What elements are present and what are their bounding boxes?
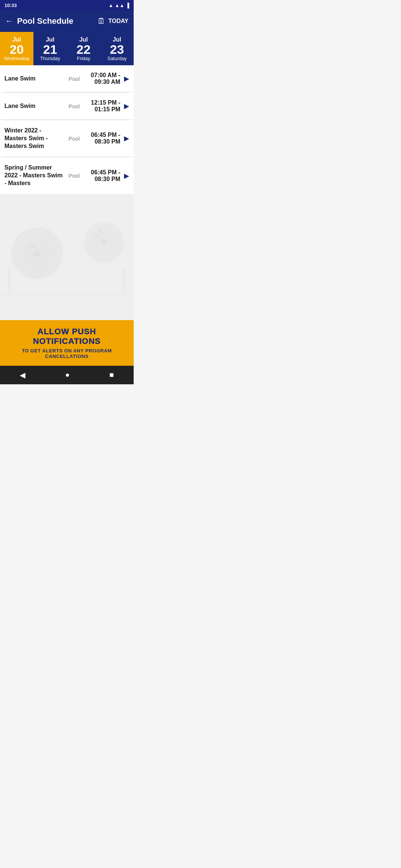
- date-strip: Jul 20 Wednesday Jul 21 Thursday Jul 22 …: [0, 32, 134, 65]
- svg-text:20.4: 20.4: [30, 252, 39, 257]
- svg-point-5: [101, 239, 107, 245]
- date-month-0: Jul: [12, 36, 21, 43]
- gym-equipment-illustration: 45 20.4 10 45 45 R R: [0, 194, 134, 320]
- svg-rect-13: [7, 268, 11, 294]
- date-day-3: 23: [110, 43, 124, 56]
- svg-rect-12: [0, 294, 134, 297]
- date-item-0[interactable]: Jul 20 Wednesday: [0, 32, 33, 65]
- page-title: Pool Schedule: [17, 16, 74, 26]
- date-weekday-1: Thursday: [40, 56, 60, 61]
- wifi-icon: ▲: [108, 3, 113, 8]
- battery-icon: ▐: [126, 3, 129, 8]
- schedule-item-location-1: Pool: [64, 103, 84, 109]
- date-day-1: 21: [43, 43, 57, 56]
- calendar-icon[interactable]: 🗓: [97, 16, 105, 26]
- signal-icon: ▲▲: [115, 3, 124, 8]
- schedule-item-title-2: Winter 2022 - Masters Swim - Masters Swi…: [4, 127, 64, 150]
- schedule-item-title-3: Spring / Summer 2022 - Masters Swim - Ma…: [4, 164, 64, 187]
- schedule-item-location-3: Pool: [64, 172, 84, 179]
- svg-text:R: R: [33, 244, 37, 250]
- date-item-1[interactable]: Jul 21 Thursday: [33, 32, 67, 65]
- schedule-item-time-2: 06:45 PM - 08:30 PM: [84, 132, 123, 145]
- date-month-1: Jul: [46, 36, 54, 43]
- schedule-content: Lane Swim Pool 07:00 AM - 09:30 AM ▶ Lan…: [0, 65, 134, 194]
- status-bar: 10:33 ▲ ▲▲ ▐: [0, 0, 134, 10]
- schedule-item-arrow-1: ▶: [124, 102, 129, 110]
- header-left: ← Pool Schedule: [5, 16, 74, 26]
- back-button[interactable]: ←: [5, 16, 13, 26]
- schedule-item-2[interactable]: Winter 2022 - Masters Swim - Masters Swi…: [0, 120, 134, 157]
- date-weekday-3: Saturday: [107, 56, 127, 61]
- date-day-0: 20: [10, 43, 24, 56]
- header-right: 🗓 TODAY: [97, 16, 128, 26]
- schedule-item-location-2: Pool: [64, 135, 84, 142]
- nav-recents-button[interactable]: ■: [100, 368, 123, 382]
- schedule-item-title-0: Lane Swim: [4, 75, 64, 83]
- push-notification-banner[interactable]: ALLOW PUSH NOTIFICATIONS TO GET ALERTS O…: [0, 320, 134, 366]
- date-item-2[interactable]: Jul 22 Friday: [67, 32, 100, 65]
- background-image-area: 45 20.4 10 45 45 R R: [0, 194, 134, 320]
- svg-text:10  45: 10 45: [27, 260, 37, 264]
- schedule-item-1[interactable]: Lane Swim Pool 12:15 PM - 01:15 PM ▶: [0, 93, 134, 120]
- schedule-item-3[interactable]: Spring / Summer 2022 - Masters Swim - Ma…: [0, 157, 134, 194]
- date-item-3[interactable]: Jul 23 Saturday: [100, 32, 134, 65]
- schedule-item-arrow-2: ▶: [124, 134, 129, 142]
- schedule-item-arrow-0: ▶: [124, 75, 129, 83]
- schedule-item-time-1: 12:15 PM - 01:15 PM: [84, 99, 123, 113]
- status-icons: ▲ ▲▲ ▐: [108, 3, 129, 8]
- schedule-item-location-0: Pool: [64, 76, 84, 82]
- app-header: ← Pool Schedule 🗓 TODAY: [0, 10, 134, 32]
- status-time: 10:33: [4, 3, 17, 8]
- nav-bar: ◀ ● ■: [0, 366, 134, 384]
- schedule-item-time-0: 07:00 AM - 09:30 AM: [84, 72, 123, 85]
- nav-back-button[interactable]: ◀: [11, 368, 34, 382]
- push-banner-title: ALLOW PUSH NOTIFICATIONS: [6, 327, 128, 346]
- date-month-2: Jul: [79, 36, 88, 43]
- schedule-item-title-1: Lane Swim: [4, 102, 64, 110]
- schedule-item-arrow-3: ▶: [124, 172, 129, 180]
- schedule-item-0[interactable]: Lane Swim Pool 07:00 AM - 09:30 AM ▶: [0, 65, 134, 92]
- date-day-2: 22: [76, 43, 91, 56]
- date-weekday-0: Wednesday: [4, 56, 29, 61]
- svg-text:R: R: [98, 228, 103, 236]
- date-weekday-2: Friday: [77, 56, 90, 61]
- nav-home-button[interactable]: ●: [56, 368, 78, 382]
- push-banner-subtitle: TO GET ALERTS ON ANY PROGRAM CANCELLATIO…: [6, 348, 128, 359]
- schedule-item-time-3: 06:45 PM - 08:30 PM: [84, 169, 123, 183]
- today-button[interactable]: TODAY: [108, 18, 128, 24]
- svg-rect-14: [123, 268, 126, 294]
- date-month-3: Jul: [113, 36, 121, 43]
